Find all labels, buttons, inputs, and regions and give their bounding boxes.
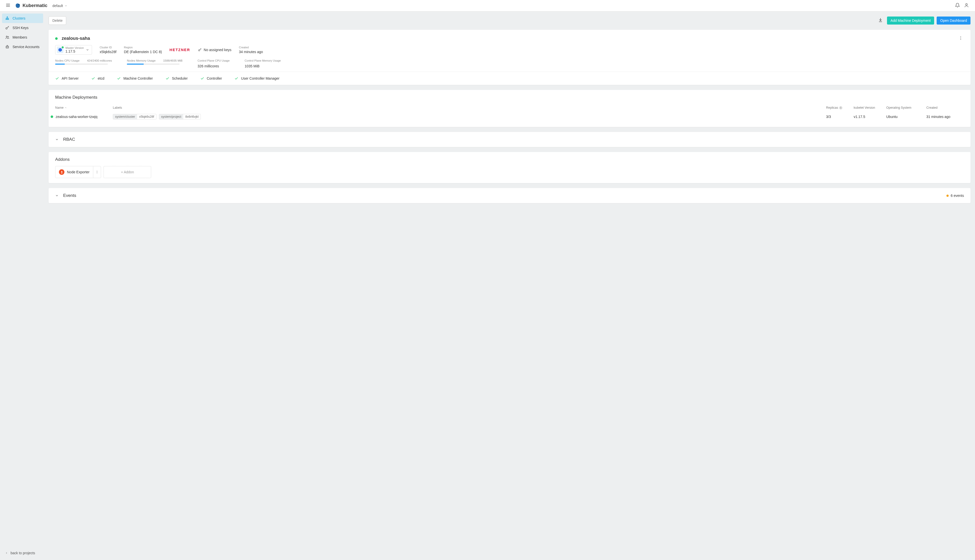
cluster-more-menu-button[interactable]	[957, 35, 964, 42]
sort-asc-icon	[64, 107, 67, 109]
more-vertical-icon	[958, 36, 963, 40]
svg-point-16	[960, 38, 961, 38]
col-os[interactable]: Operating System	[886, 106, 924, 110]
chevron-down-icon	[55, 138, 59, 141]
open-dashboard-button[interactable]: Open Dashboard	[937, 17, 970, 25]
download-icon	[878, 18, 883, 23]
sidebar-item-ssh-keys[interactable]: SSH Keys	[2, 23, 43, 33]
key-icon	[198, 48, 202, 52]
master-version-value: 1.17.5	[65, 49, 84, 53]
key-icon	[5, 25, 10, 30]
brand-logo[interactable]: Kubermatic	[15, 3, 47, 9]
sidebar-item-label: Clusters	[13, 16, 25, 20]
md-labels: system/clusterx5lqk6s28f system/project8…	[113, 114, 824, 120]
cluster-name: zealous-saha	[62, 36, 90, 41]
cpu-progress-bar	[55, 63, 108, 65]
addon-more-button[interactable]	[93, 166, 101, 178]
svg-point-21	[97, 172, 97, 172]
rbac-card: RBAC	[48, 132, 970, 147]
table-header: Name Labels Replicas i kubelet Version O…	[55, 104, 964, 112]
table-row[interactable]: zealous-saha-worker-tzwjq system/cluster…	[55, 112, 964, 122]
addons-card: Addons Node Exporter + Addon	[48, 152, 970, 183]
nodes-cpu-usage: Nodes CPU Usage 424/2400 millicores	[55, 59, 112, 68]
sidebar-item-label: Service Accounts	[13, 45, 39, 49]
notifications-button[interactable]	[953, 1, 962, 10]
clusters-icon	[5, 16, 10, 20]
svg-point-9	[6, 28, 7, 29]
col-kubelet[interactable]: kubelet Version	[854, 106, 884, 110]
check-icon	[166, 77, 169, 80]
kubermatic-logo-icon	[15, 3, 21, 9]
cluster-id-block: Cluster ID x5lqk6s28f	[100, 46, 116, 54]
info-icon: i	[839, 106, 842, 110]
events-count: 6 events	[947, 193, 964, 198]
machine-deployments-card: Machine Deployments Name Labels Replicas…	[48, 90, 970, 127]
cluster-id-value: x5lqk6s28f	[100, 50, 116, 54]
svg-point-7	[8, 19, 9, 20]
svg-point-11	[8, 36, 8, 37]
sidebar-item-members[interactable]: Members	[2, 33, 43, 42]
col-created[interactable]: Created	[927, 106, 964, 110]
more-vertical-icon	[95, 170, 99, 174]
col-replicas[interactable]: Replicas i	[826, 106, 851, 110]
download-kubeconfig-button[interactable]	[876, 16, 885, 25]
section-title: Events	[63, 193, 76, 198]
kubernetes-icon	[57, 47, 64, 53]
check-icon	[117, 77, 121, 80]
rbac-toggle[interactable]: RBAC	[55, 137, 964, 142]
health-item: User Controller Manager	[234, 77, 279, 80]
check-icon	[234, 77, 238, 80]
ssh-keys-block[interactable]: No assigned keys	[198, 48, 232, 52]
section-title: RBAC	[63, 137, 75, 142]
sidebar-item-service-accounts[interactable]: Service Accounts	[2, 42, 43, 52]
svg-point-14	[8, 47, 8, 47]
master-version-label: Master Version	[65, 46, 84, 49]
svg-point-15	[960, 37, 961, 37]
created-value: 34 minutes ago	[239, 50, 263, 54]
check-icon	[200, 77, 204, 80]
back-to-projects-link[interactable]: back to projects	[2, 548, 43, 558]
chevron-down-icon	[86, 48, 89, 52]
master-version-selector[interactable]: Master Version 1.17.5	[55, 45, 92, 55]
user-menu-button[interactable]	[962, 1, 971, 10]
check-icon	[55, 77, 59, 80]
md-name: zealous-saha-worker-tzwjq	[56, 115, 97, 119]
sidebar: Clusters SSH Keys Members Service Accoun…	[0, 12, 45, 560]
brand-name: Kubermatic	[23, 3, 47, 8]
main-content: Delete Add Machine Deployment Open Dashb…	[45, 12, 975, 560]
events-toggle[interactable]: Events	[55, 193, 76, 198]
robot-icon	[5, 45, 10, 49]
add-addon-button[interactable]: + Addon	[104, 166, 151, 178]
prometheus-icon	[59, 169, 64, 175]
chevron-left-icon	[5, 552, 8, 555]
svg-point-8	[7, 19, 8, 20]
health-item: Controller	[200, 77, 222, 80]
cluster-overview-card: zealous-saha Master Version 1.17.5	[48, 30, 970, 85]
sidebar-item-clusters[interactable]: Clusters	[2, 13, 43, 23]
project-name: default	[52, 4, 63, 8]
addon-open[interactable]: Node Exporter	[55, 166, 93, 178]
md-kubelet: v1.17.5	[854, 115, 884, 119]
hamburger-menu-button[interactable]	[4, 1, 12, 10]
memory-progress-bar	[127, 63, 179, 65]
md-replicas: 3/3	[826, 115, 851, 119]
health-item: API Server	[55, 77, 79, 80]
section-title: Machine Deployments	[55, 95, 964, 100]
add-machine-deployment-button[interactable]: Add Machine Deployment	[887, 17, 934, 25]
region-block: Region DE (Falkenstein 1 DC 8)	[124, 46, 162, 54]
svg-point-4	[966, 3, 967, 5]
menu-icon	[5, 3, 10, 8]
col-labels[interactable]: Labels	[113, 106, 824, 110]
upgrade-available-badge	[62, 46, 64, 48]
warning-indicator	[947, 195, 949, 197]
delete-button[interactable]: Delete	[48, 16, 66, 25]
project-selector[interactable]: default	[52, 4, 67, 8]
chevron-down-icon	[64, 4, 67, 7]
control-plane-memory: Control Plane Memory Usage 1035 MiB	[245, 59, 281, 68]
svg-point-5	[7, 17, 8, 17]
svg-point-6	[6, 19, 7, 20]
col-name[interactable]: Name	[55, 106, 110, 110]
section-title: Addons	[55, 157, 964, 162]
svg-point-20	[97, 171, 97, 171]
md-created: 31 minutes ago	[927, 115, 964, 119]
